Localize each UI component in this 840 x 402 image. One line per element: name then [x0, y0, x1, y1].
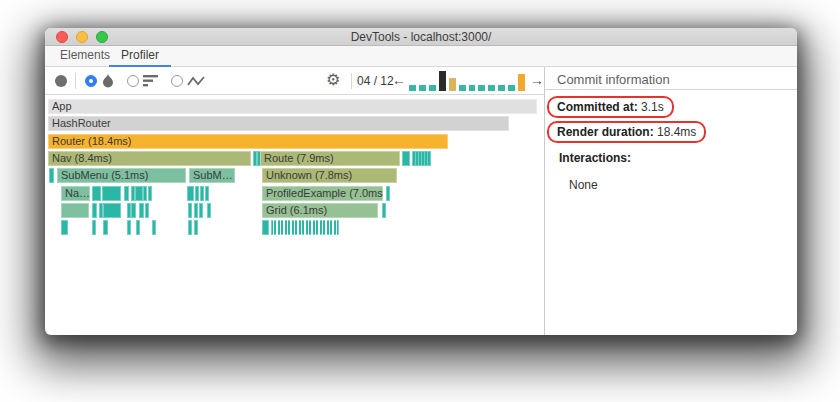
commit-info-title: Commit information: [545, 67, 797, 90]
flame-bar[interactable]: ProfiledExample (7.0ms): [262, 186, 383, 201]
flame-bar[interactable]: [188, 220, 192, 235]
devtools-window: DevTools - localhost:3000/ Elements Prof…: [45, 28, 797, 335]
flame-bar[interactable]: Grid (6.1ms): [262, 203, 378, 218]
flamegraph-radio[interactable]: [85, 75, 97, 87]
toolbar-divider: [351, 73, 352, 89]
screenshot-stage: DevTools - localhost:3000/ Elements Prof…: [0, 0, 840, 402]
flame-bar[interactable]: Unknown (7.8ms): [262, 168, 397, 183]
flame-bar[interactable]: SubM…: [189, 168, 235, 183]
flame-bar[interactable]: [143, 186, 147, 201]
committed-at-label: Committed at:: [557, 100, 638, 114]
flame-bar[interactable]: [139, 203, 144, 218]
flame-bar[interactable]: [402, 151, 410, 166]
snapshot-counter: 04 / 12: [357, 74, 394, 88]
flame-bar[interactable]: [145, 203, 149, 218]
render-duration-label: Render duration:: [557, 125, 654, 139]
prev-snapshot-button[interactable]: ←: [392, 72, 406, 88]
snapshot-bar[interactable]: [459, 85, 466, 91]
render-duration-value: 18.4ms: [654, 125, 697, 139]
flame-bar[interactable]: [102, 186, 121, 201]
flame-bar[interactable]: [92, 186, 101, 201]
flamegraph-icon[interactable]: [101, 73, 115, 89]
flame-bar[interactable]: [49, 168, 54, 183]
flame-bar[interactable]: [103, 220, 108, 235]
flame-bar[interactable]: [92, 220, 96, 235]
commit-info-body: Committed at: 3.1s Render duration: 18.4…: [545, 90, 797, 192]
flame-chart: AppHashRouterRouter (18.4ms)Nav (8.4ms)R…: [45, 95, 544, 335]
flame-bar[interactable]: [148, 186, 152, 201]
flame-bar[interactable]: Router (18.4ms): [48, 134, 448, 149]
flame-bar[interactable]: [207, 203, 211, 218]
ranked-chart-icon[interactable]: [143, 75, 159, 87]
snapshot-selector[interactable]: [409, 71, 525, 91]
snapshot-bar[interactable]: [518, 74, 525, 91]
next-snapshot-button[interactable]: →: [530, 72, 544, 88]
profiler-toolbar: ⚙ 04 / 12 ← →: [45, 67, 544, 95]
toolbar-divider: [75, 73, 76, 89]
record-button[interactable]: [55, 75, 67, 87]
committed-at-annotation: Committed at: 3.1s: [547, 96, 674, 118]
snapshot-bar[interactable]: [498, 85, 505, 91]
flame-bar[interactable]: SubMenu (5.1ms): [57, 168, 186, 183]
flame-bar[interactable]: [124, 186, 129, 201]
flame-bar[interactable]: [135, 186, 143, 201]
flame-bar[interactable]: [187, 186, 194, 201]
flame-bar[interactable]: App: [48, 99, 537, 114]
snapshot-bar[interactable]: [449, 78, 456, 91]
flame-bar[interactable]: [131, 203, 136, 218]
flame-bar[interactable]: Nav (8.4ms): [48, 151, 251, 166]
flame-bar[interactable]: [195, 186, 199, 201]
flame-bar[interactable]: [92, 203, 97, 218]
interactions-icon[interactable]: [187, 76, 205, 87]
snapshot-bar[interactable]: [478, 85, 485, 91]
flame-bar[interactable]: [152, 220, 156, 235]
flame-bar[interactable]: [61, 220, 68, 235]
tab-profiler[interactable]: Profiler: [109, 46, 171, 67]
flame-bar[interactable]: [386, 186, 390, 201]
flame-bar[interactable]: [382, 203, 386, 218]
snapshot-bar[interactable]: [409, 85, 416, 91]
flame-bar[interactable]: HashRouter: [48, 116, 509, 131]
content-area: ⚙ 04 / 12 ← → AppHashRouterRouter (18.4m…: [45, 67, 797, 335]
interactions-radio[interactable]: [171, 75, 183, 87]
snapshot-bar[interactable]: [469, 85, 476, 91]
flame-bar[interactable]: Na…: [61, 186, 90, 201]
flame-bar[interactable]: [199, 203, 203, 218]
flame-bar[interactable]: [103, 203, 121, 218]
interactions-value: None: [569, 178, 789, 192]
flame-bar[interactable]: [271, 220, 339, 235]
flame-bar[interactable]: [136, 220, 140, 235]
tab-elements[interactable]: Elements: [54, 46, 116, 67]
flame-bar[interactable]: [200, 186, 204, 201]
render-duration-annotation: Render duration: 18.4ms: [547, 121, 706, 143]
commit-info-panel: Commit information Committed at: 3.1s Re…: [545, 67, 797, 335]
flame-bar[interactable]: [427, 151, 431, 166]
flame-bar[interactable]: [188, 203, 192, 218]
snapshot-bar[interactable]: [429, 85, 436, 91]
window-title: DevTools - localhost:3000/: [45, 30, 797, 44]
flame-bar[interactable]: [127, 220, 131, 235]
flame-bar[interactable]: [194, 203, 198, 218]
committed-at-value: 3.1s: [638, 100, 664, 114]
flame-bar[interactable]: Route (7.9ms): [260, 151, 400, 166]
gear-icon[interactable]: ⚙: [326, 70, 340, 89]
snapshot-bar[interactable]: [439, 71, 446, 91]
snapshot-bar[interactable]: [508, 85, 515, 91]
flame-bar[interactable]: [262, 220, 269, 235]
snapshot-bar[interactable]: [488, 85, 495, 91]
flame-bar[interactable]: [61, 203, 89, 218]
snapshot-bar[interactable]: [419, 85, 426, 91]
title-bar[interactable]: DevTools - localhost:3000/: [45, 28, 797, 46]
tab-bar: Elements Profiler: [45, 46, 797, 67]
flame-bar[interactable]: [205, 186, 209, 201]
ranked-radio[interactable]: [127, 75, 139, 87]
interactions-label: Interactions:: [559, 151, 789, 165]
flame-bar[interactable]: [194, 220, 198, 235]
profiler-panel: ⚙ 04 / 12 ← → AppHashRouterRouter (18.4m…: [45, 67, 545, 335]
